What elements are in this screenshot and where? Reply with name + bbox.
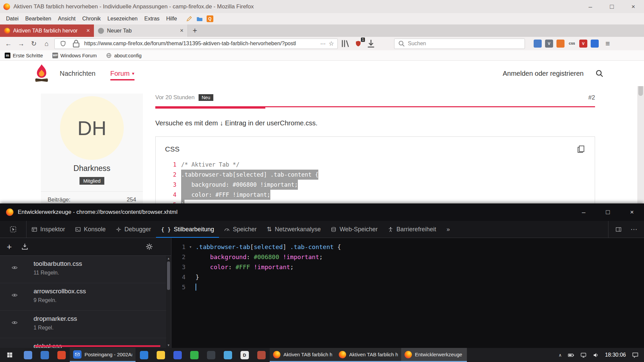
browser-tab[interactable]: Aktiven TAB farblich hervor×: [0, 24, 94, 37]
back-button[interactable]: ←: [3, 39, 13, 49]
taskbar-app-icon-1[interactable]: [19, 348, 36, 362]
taskbar-app-icon-9[interactable]: [219, 348, 236, 362]
close-button[interactable]: ×: [620, 203, 644, 221]
scrollbar-thumb[interactable]: [167, 261, 170, 290]
devtools-tab-web-speicher[interactable]: Web-Speicher: [326, 221, 383, 238]
reload-button[interactable]: ↻: [29, 39, 39, 49]
chevron-up-icon[interactable]: ∧: [558, 353, 562, 358]
menu-bearbeiten[interactable]: Bearbeiten: [22, 14, 54, 23]
eye-icon[interactable]: [11, 264, 18, 271]
gear-icon[interactable]: [146, 243, 153, 250]
css-extension-icon[interactable]: CSS: [568, 40, 576, 48]
home-button[interactable]: ⌂: [42, 39, 52, 49]
stylesheet-item[interactable]: arrowscrollbox.css9 Regeln.: [0, 283, 171, 311]
v-gray-extension-icon[interactable]: V: [545, 40, 553, 48]
taskbar-app-icon-7[interactable]: [186, 348, 203, 362]
menu-hilfe[interactable]: Hilfe: [163, 14, 180, 23]
menu-lesezeichen[interactable]: Lesezeichen: [104, 14, 141, 23]
code-lines[interactable]: 1/* Aktiver Tab */2.tabbrowser-tab[selec…: [165, 160, 585, 203]
site-search-icon[interactable]: [595, 69, 604, 78]
blue-extension-icon[interactable]: [591, 40, 599, 48]
nav-nachrichten[interactable]: Nachrichten: [60, 70, 96, 77]
pick-element-button[interactable]: [0, 221, 26, 238]
taskbar-clock[interactable]: 18:30:06: [605, 352, 626, 358]
taskbar-window-button[interactable]: Entwicklerwerkzeuge ...: [401, 348, 467, 362]
minimize-button[interactable]: –: [572, 203, 596, 221]
devtools-tab-konsole[interactable]: Konsole: [70, 221, 111, 238]
devtools-tab-inspektor[interactable]: Inspektor: [26, 221, 70, 238]
compose-extension-icon[interactable]: [534, 40, 542, 48]
taskbar-window-button[interactable]: Aktiven TAB farblich h...: [270, 348, 335, 362]
maximize-button[interactable]: □: [601, 0, 623, 13]
taskbar-app-icon-10[interactable]: D: [236, 348, 253, 362]
taskbar-app-icon-3[interactable]: [53, 348, 70, 362]
search-bar[interactable]: Suchen: [394, 39, 525, 49]
devtools-tab-debugger[interactable]: Debugger: [111, 221, 156, 238]
more-tabs-icon[interactable]: »: [441, 221, 455, 238]
devtools-options-icon[interactable]: ⋯: [627, 221, 641, 238]
start-button[interactable]: [0, 348, 19, 362]
stylesheet-item[interactable]: toolbarbutton.css11 Regeln.: [0, 256, 171, 283]
bookmark-item[interactable]: mErste Schritte: [5, 53, 43, 58]
url-text[interactable]: https://www.camp-firefox.de/forum/thema/…: [84, 41, 317, 47]
tracking-protection-icon[interactable]: [58, 39, 68, 49]
eye-icon[interactable]: [11, 292, 18, 298]
login-link[interactable]: Anmelden oder registrieren: [503, 70, 584, 77]
post-time[interactable]: Vor 20 Stunden: [155, 94, 195, 101]
copy-icon[interactable]: [577, 145, 585, 154]
nav-forum[interactable]: Forum ▾: [110, 70, 135, 80]
new-tab-button[interactable]: +: [188, 24, 202, 37]
ublock-shield-icon[interactable]: 1: [353, 39, 363, 49]
taskbar-app-icon-8[interactable]: [203, 348, 219, 362]
devtools-tab-speicher[interactable]: Speicher: [219, 221, 262, 238]
taskbar-app-icon-5[interactable]: [152, 348, 169, 362]
menu-icon[interactable]: ≡: [601, 39, 614, 48]
page-scrollbar[interactable]: ▲: [637, 86, 644, 203]
menu-chronik[interactable]: Chronik: [79, 14, 104, 23]
speaker-icon[interactable]: [593, 352, 599, 358]
menu-datei[interactable]: Datei: [3, 14, 22, 23]
sidebar-scrollbar[interactable]: ▲ ▼: [166, 256, 171, 348]
eye-icon[interactable]: [11, 319, 18, 326]
tab-close-icon[interactable]: ×: [86, 27, 90, 34]
bookmark-item[interactable]: about:config: [106, 53, 142, 58]
page-actions-icon[interactable]: ⋯: [320, 41, 326, 47]
forward-button[interactable]: →: [16, 39, 26, 49]
devtools-tab-barrierefreiheit[interactable]: Barrierefreiheit: [383, 221, 441, 238]
menu-extras[interactable]: Extras: [141, 14, 163, 23]
new-stylesheet-button[interactable]: +: [7, 242, 12, 251]
qip-icon[interactable]: Q: [207, 15, 213, 22]
browser-tab[interactable]: Neuer Tab×: [94, 24, 188, 37]
minimize-button[interactable]: –: [580, 0, 601, 13]
download-icon[interactable]: [366, 39, 376, 49]
taskbar-app-icon-2[interactable]: [36, 348, 53, 362]
fox-extension-icon[interactable]: [556, 40, 565, 48]
bookmark-star-icon[interactable]: ☆: [329, 40, 334, 47]
pen-icon[interactable]: [186, 16, 192, 22]
taskbar-app-icon-6[interactable]: [169, 348, 186, 362]
battery-icon[interactable]: [568, 352, 574, 358]
bookmark-item[interactable]: WPWindows Forum: [52, 53, 97, 58]
devtools-tab-stilbearbeitung[interactable]: { }Stilbearbeitung: [156, 221, 219, 238]
network-icon[interactable]: [580, 352, 587, 358]
action-center-icon[interactable]: [632, 352, 639, 358]
scroll-up-icon[interactable]: ▲: [167, 257, 170, 260]
taskbar-window-button[interactable]: Aktiven TAB farblich h...: [335, 348, 401, 362]
taskbar-mail-button[interactable]: Posteingang - 2002An...: [70, 348, 136, 362]
close-button[interactable]: ×: [623, 0, 644, 13]
avatar[interactable]: DH: [60, 96, 124, 160]
split-console-icon[interactable]: [612, 221, 625, 238]
url-bar[interactable]: https://www.camp-firefox.de/forum/thema/…: [54, 39, 338, 49]
style-editor[interactable]: 1▾.tabbrowser-tab[selected] .tab-content…: [171, 238, 644, 348]
maximize-button[interactable]: □: [596, 203, 620, 221]
taskbar-app-icon-11[interactable]: [253, 348, 270, 362]
author-name[interactable]: Dharkness: [41, 164, 143, 173]
scroll-down-icon[interactable]: ▼: [167, 344, 170, 347]
devtools-tab-netzwerkanalyse[interactable]: ⇅Netzwerkanalyse: [262, 221, 326, 238]
folder-icon[interactable]: [196, 16, 203, 22]
tab-close-icon[interactable]: ×: [180, 27, 183, 34]
post-number[interactable]: #2: [588, 94, 595, 101]
scrollbar-thumb[interactable]: [638, 86, 643, 96]
camp-firefox-logo[interactable]: [34, 64, 50, 83]
menu-ansicht[interactable]: Ansicht: [55, 14, 79, 23]
